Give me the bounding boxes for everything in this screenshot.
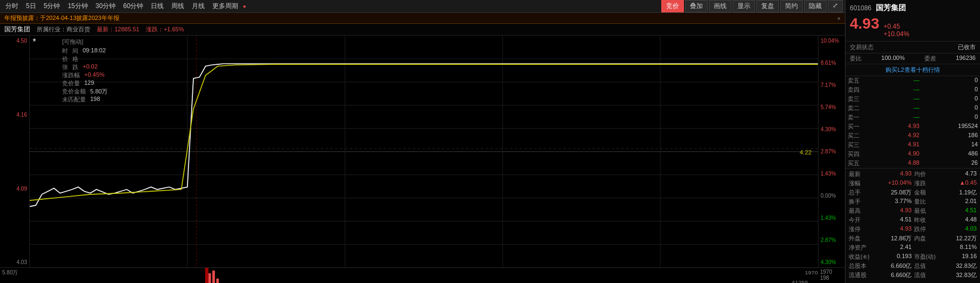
stat-zongshou-val: 25.08万: [891, 188, 912, 197]
main-chart[interactable]: [可拖动] 时 间 09:18:02 价 格 张 跌 +0.02: [30, 36, 818, 267]
toolbar-btn-diejia[interactable]: 叠加: [685, 0, 708, 12]
toolbar-right-buttons: 竞价 叠加 画线 显示 复盘 简约 隐藏 ⤢: [661, 0, 843, 12]
info-unmatched-val: 198: [90, 96, 100, 104]
stat-neipan-label: 内盘: [914, 234, 926, 242]
stat-jingzichan-label: 净资产: [849, 244, 867, 252]
stat-junjia-label: 均价: [914, 170, 926, 178]
y-pct-717: 7.17%: [821, 82, 843, 88]
y-label-403: 4.03: [2, 259, 27, 265]
comm-label1: 委比: [850, 55, 862, 63]
sell2-price: —: [895, 104, 919, 112]
stat-zhangfu-label: 涨幅: [849, 179, 861, 187]
buy4-price: 4.90: [895, 150, 919, 158]
trade-status-label: 交易状态: [850, 43, 874, 51]
y-pct-861: 8.61%: [821, 60, 843, 66]
stat-zongguben: 总股本 6.660亿: [848, 261, 913, 271]
stat-zongshou-label: 总手: [849, 188, 861, 197]
vol-chart: 1970 41255 27503 13751: [30, 268, 818, 283]
sell2-vol: 0: [951, 104, 978, 112]
toolbar-5min[interactable]: 5分钟: [41, 1, 64, 12]
sell1-label: 卖一: [848, 113, 864, 122]
toolbar-daily[interactable]: 日线: [147, 1, 167, 12]
y-pct-n287: 2.87%: [821, 237, 843, 243]
toolbar-5day[interactable]: 5日: [23, 1, 39, 12]
stat-zhandie: 涨跌 ▲0.45: [913, 179, 978, 188]
stat-zonghand: 总手 25.08万: [848, 188, 913, 197]
stat-shouyi-label: 收益(⊕): [849, 253, 869, 261]
toolbar-btn-yincang[interactable]: 隐藏: [804, 0, 827, 12]
stock-header: 601086 国芳集团 4.93 +0.45 +10.04%: [845, 0, 980, 42]
buy3-price: 4.91: [895, 141, 919, 149]
stat-jingzichan: 净资产 2.41: [848, 243, 913, 252]
stock-name-bar: 国芳集团: [4, 25, 30, 34]
info-time-label: [可拖动]: [62, 38, 83, 46]
toolbar-btn-xianshi[interactable]: 显示: [733, 0, 755, 12]
stock-info-bar: 国芳集团 所属行业：商业百货 最新：12885.51 涨跌：+1.65%: [0, 24, 845, 36]
toolbar-btn-fupan[interactable]: 复盘: [756, 0, 779, 12]
stat-zuigao-val: 4.93: [900, 207, 911, 215]
y-pct-n430: 4.30%: [821, 259, 843, 265]
stat-huanshou-val: 3.77%: [895, 198, 911, 206]
alert-close-button[interactable]: ×: [837, 15, 841, 22]
toolbar-weekly[interactable]: 周线: [168, 1, 187, 12]
sell-order-1: 卖一 — 0: [848, 113, 978, 122]
stat-pct-val: 8.11%: [913, 243, 978, 252]
toolbar-btn-jianyue[interactable]: 简约: [780, 0, 803, 12]
toolbar-btn-fullscreen[interactable]: ⤢: [828, 0, 843, 12]
trade-status-val: 已收市: [958, 43, 976, 51]
toolbar: 分时 5日 5分钟 15分钟 30分钟 60分钟 日线 周线 月线 更多周期 ●…: [0, 0, 845, 13]
toolbar-fenshi[interactable]: 分时: [2, 1, 22, 12]
svg-text:41255: 41255: [791, 280, 808, 283]
vol-right-198: 198: [820, 275, 843, 281]
toolbar-60min[interactable]: 60分钟: [120, 1, 146, 12]
stat-zhangtai-label: 涨停: [849, 225, 861, 233]
stat-zuoshou-val: 4.48: [965, 216, 977, 224]
buy3-vol: 14: [951, 141, 978, 149]
stock-full-name: 国芳集团: [876, 3, 906, 13]
stat-zuidi: 最低 4.51: [913, 206, 978, 215]
svg-rect-47: [216, 279, 219, 283]
info-price-key2: 格: [72, 55, 78, 63]
stat-zhangfu: 涨幅 +10.04%: [848, 179, 913, 188]
toolbar-more[interactable]: 更多周期: [209, 1, 241, 12]
stat-zongguben-val: 6.660亿: [891, 262, 912, 270]
stat-jinkai-val: 4.51: [900, 216, 911, 224]
buy4-label: 买四: [848, 150, 864, 158]
l2-link[interactable]: 购买L2查看十档行情: [845, 64, 980, 76]
y-pct-287: 2.87%: [821, 149, 843, 154]
sell-order-2: 卖二 — 0: [848, 104, 978, 113]
stat-zuixin: 最新 4.93: [848, 170, 913, 179]
stat-shying-label: 市盈(动): [914, 253, 936, 261]
toolbar-monthly[interactable]: 月线: [189, 1, 208, 12]
sell5-price: —: [895, 77, 919, 85]
stat-liutonggu-val: 6.660亿: [891, 271, 912, 279]
y-axis-left: 4.50 4.16 4.09 4.03: [0, 36, 30, 267]
change-pct: +10.04%: [884, 30, 910, 38]
stock-price: 4.93: [850, 15, 880, 32]
info-compvol-key: 竞价量: [62, 79, 80, 87]
stat-zuoshou: 昨收 4.48: [913, 215, 978, 225]
price-chart-svg: * 4.22: [30, 36, 818, 267]
toolbar-btn-huaxian[interactable]: 画线: [709, 0, 731, 12]
toolbar-30min[interactable]: 30分钟: [92, 1, 119, 12]
stat-zongguben-label: 总股本: [849, 262, 867, 270]
stats-grid: 最新 4.93 均价 4.73 涨幅 +10.04% 涨跌 ▲0.45 总手 2…: [845, 168, 980, 281]
stat-liangbi-val: 2.01: [965, 198, 977, 206]
sell-order-3: 卖三 — 0: [848, 95, 978, 104]
sell1-price: —: [895, 113, 919, 122]
more-dot-icon: ●: [243, 3, 246, 9]
stat-waipan-val: 12.86万: [891, 234, 912, 242]
sell3-label: 卖三: [848, 95, 864, 103]
toolbar-btn-jingjiа[interactable]: 竞价: [661, 0, 684, 12]
vol-chart-svg: 1970 41255 27503 13751: [30, 268, 818, 283]
info-compvol-val: 129: [84, 79, 94, 87]
commission-row: 委比 100.00% 委差 196236: [845, 53, 980, 64]
svg-rect-45: [209, 273, 211, 283]
toolbar-15min[interactable]: 15分钟: [64, 1, 91, 12]
buy2-label: 买二: [848, 132, 864, 140]
stat-jine: 金额 1.19亿: [913, 188, 978, 197]
right-panel: 601086 国芳集团 4.93 +0.45 +10.04% 交易状态 已收市 …: [845, 0, 980, 283]
trade-status-row: 交易状态 已收市: [845, 42, 980, 53]
info-time-key: 时: [62, 47, 68, 55]
svg-text:*: *: [33, 37, 36, 46]
